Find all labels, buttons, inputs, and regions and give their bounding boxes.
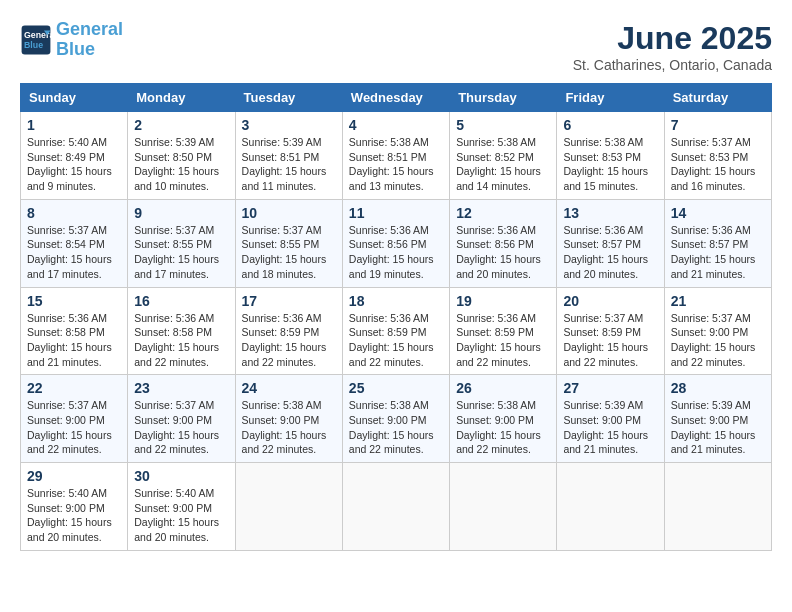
day-info: Sunrise: 5:40 AM Sunset: 9:00 PM Dayligh…: [27, 486, 121, 545]
day-info: Sunrise: 5:37 AM Sunset: 8:55 PM Dayligh…: [242, 223, 336, 282]
day-number: 15: [27, 293, 121, 309]
empty-cell: [450, 463, 557, 551]
day-number: 17: [242, 293, 336, 309]
day-cell-8: 8 Sunrise: 5:37 AM Sunset: 8:54 PM Dayli…: [21, 199, 128, 287]
day-number: 30: [134, 468, 228, 484]
day-cell-13: 13 Sunrise: 5:36 AM Sunset: 8:57 PM Dayl…: [557, 199, 664, 287]
day-cell-18: 18 Sunrise: 5:36 AM Sunset: 8:59 PM Dayl…: [342, 287, 449, 375]
day-cell-24: 24 Sunrise: 5:38 AM Sunset: 9:00 PM Dayl…: [235, 375, 342, 463]
header-wednesday: Wednesday: [342, 84, 449, 112]
day-number: 12: [456, 205, 550, 221]
day-number: 21: [671, 293, 765, 309]
day-number: 13: [563, 205, 657, 221]
day-info: Sunrise: 5:37 AM Sunset: 9:00 PM Dayligh…: [671, 311, 765, 370]
day-info: Sunrise: 5:39 AM Sunset: 9:00 PM Dayligh…: [563, 398, 657, 457]
day-info: Sunrise: 5:38 AM Sunset: 9:00 PM Dayligh…: [242, 398, 336, 457]
day-info: Sunrise: 5:39 AM Sunset: 9:00 PM Dayligh…: [671, 398, 765, 457]
day-cell-28: 28 Sunrise: 5:39 AM Sunset: 9:00 PM Dayl…: [664, 375, 771, 463]
day-cell-14: 14 Sunrise: 5:36 AM Sunset: 8:57 PM Dayl…: [664, 199, 771, 287]
day-cell-29: 29 Sunrise: 5:40 AM Sunset: 9:00 PM Dayl…: [21, 463, 128, 551]
week-row-1: 1 Sunrise: 5:40 AM Sunset: 8:49 PM Dayli…: [21, 112, 772, 200]
day-cell-5: 5 Sunrise: 5:38 AM Sunset: 8:52 PM Dayli…: [450, 112, 557, 200]
day-number: 22: [27, 380, 121, 396]
day-number: 16: [134, 293, 228, 309]
day-info: Sunrise: 5:36 AM Sunset: 8:56 PM Dayligh…: [456, 223, 550, 282]
header-thursday: Thursday: [450, 84, 557, 112]
day-cell-17: 17 Sunrise: 5:36 AM Sunset: 8:59 PM Dayl…: [235, 287, 342, 375]
day-info: Sunrise: 5:38 AM Sunset: 8:53 PM Dayligh…: [563, 135, 657, 194]
calendar-table: Sunday Monday Tuesday Wednesday Thursday…: [20, 83, 772, 551]
week-row-3: 15 Sunrise: 5:36 AM Sunset: 8:58 PM Dayl…: [21, 287, 772, 375]
day-cell-25: 25 Sunrise: 5:38 AM Sunset: 9:00 PM Dayl…: [342, 375, 449, 463]
day-cell-16: 16 Sunrise: 5:36 AM Sunset: 8:58 PM Dayl…: [128, 287, 235, 375]
day-number: 19: [456, 293, 550, 309]
day-number: 9: [134, 205, 228, 221]
empty-cell: [557, 463, 664, 551]
logo-text: General Blue: [56, 20, 123, 60]
day-cell-30: 30 Sunrise: 5:40 AM Sunset: 9:00 PM Dayl…: [128, 463, 235, 551]
day-info: Sunrise: 5:38 AM Sunset: 9:00 PM Dayligh…: [456, 398, 550, 457]
day-cell-9: 9 Sunrise: 5:37 AM Sunset: 8:55 PM Dayli…: [128, 199, 235, 287]
empty-cell: [664, 463, 771, 551]
logo-line2: Blue: [56, 39, 95, 59]
day-info: Sunrise: 5:36 AM Sunset: 8:57 PM Dayligh…: [563, 223, 657, 282]
day-cell-19: 19 Sunrise: 5:36 AM Sunset: 8:59 PM Dayl…: [450, 287, 557, 375]
day-info: Sunrise: 5:40 AM Sunset: 9:00 PM Dayligh…: [134, 486, 228, 545]
day-cell-11: 11 Sunrise: 5:36 AM Sunset: 8:56 PM Dayl…: [342, 199, 449, 287]
day-info: Sunrise: 5:37 AM Sunset: 8:53 PM Dayligh…: [671, 135, 765, 194]
day-info: Sunrise: 5:38 AM Sunset: 9:00 PM Dayligh…: [349, 398, 443, 457]
empty-cell: [235, 463, 342, 551]
day-cell-2: 2 Sunrise: 5:39 AM Sunset: 8:50 PM Dayli…: [128, 112, 235, 200]
logo: General Blue General Blue: [20, 20, 123, 60]
day-info: Sunrise: 5:36 AM Sunset: 8:57 PM Dayligh…: [671, 223, 765, 282]
day-number: 2: [134, 117, 228, 133]
day-cell-15: 15 Sunrise: 5:36 AM Sunset: 8:58 PM Dayl…: [21, 287, 128, 375]
day-cell-21: 21 Sunrise: 5:37 AM Sunset: 9:00 PM Dayl…: [664, 287, 771, 375]
day-info: Sunrise: 5:36 AM Sunset: 8:59 PM Dayligh…: [242, 311, 336, 370]
day-number: 1: [27, 117, 121, 133]
location-subtitle: St. Catharines, Ontario, Canada: [573, 57, 772, 73]
day-info: Sunrise: 5:37 AM Sunset: 9:00 PM Dayligh…: [27, 398, 121, 457]
day-number: 4: [349, 117, 443, 133]
day-cell-22: 22 Sunrise: 5:37 AM Sunset: 9:00 PM Dayl…: [21, 375, 128, 463]
day-number: 6: [563, 117, 657, 133]
day-number: 23: [134, 380, 228, 396]
day-cell-12: 12 Sunrise: 5:36 AM Sunset: 8:56 PM Dayl…: [450, 199, 557, 287]
title-area: June 2025 St. Catharines, Ontario, Canad…: [573, 20, 772, 73]
day-cell-10: 10 Sunrise: 5:37 AM Sunset: 8:55 PM Dayl…: [235, 199, 342, 287]
page-header: General Blue General Blue June 2025 St. …: [20, 20, 772, 73]
day-number: 11: [349, 205, 443, 221]
day-cell-3: 3 Sunrise: 5:39 AM Sunset: 8:51 PM Dayli…: [235, 112, 342, 200]
day-info: Sunrise: 5:39 AM Sunset: 8:50 PM Dayligh…: [134, 135, 228, 194]
weekday-header-row: Sunday Monday Tuesday Wednesday Thursday…: [21, 84, 772, 112]
day-info: Sunrise: 5:36 AM Sunset: 8:59 PM Dayligh…: [456, 311, 550, 370]
day-info: Sunrise: 5:37 AM Sunset: 9:00 PM Dayligh…: [134, 398, 228, 457]
day-cell-20: 20 Sunrise: 5:37 AM Sunset: 8:59 PM Dayl…: [557, 287, 664, 375]
day-info: Sunrise: 5:36 AM Sunset: 8:58 PM Dayligh…: [27, 311, 121, 370]
day-number: 20: [563, 293, 657, 309]
day-number: 3: [242, 117, 336, 133]
day-cell-7: 7 Sunrise: 5:37 AM Sunset: 8:53 PM Dayli…: [664, 112, 771, 200]
day-info: Sunrise: 5:37 AM Sunset: 8:55 PM Dayligh…: [134, 223, 228, 282]
day-number: 29: [27, 468, 121, 484]
day-info: Sunrise: 5:37 AM Sunset: 8:54 PM Dayligh…: [27, 223, 121, 282]
week-row-5: 29 Sunrise: 5:40 AM Sunset: 9:00 PM Dayl…: [21, 463, 772, 551]
day-number: 27: [563, 380, 657, 396]
day-info: Sunrise: 5:36 AM Sunset: 8:58 PM Dayligh…: [134, 311, 228, 370]
day-number: 24: [242, 380, 336, 396]
day-cell-4: 4 Sunrise: 5:38 AM Sunset: 8:51 PM Dayli…: [342, 112, 449, 200]
day-info: Sunrise: 5:37 AM Sunset: 8:59 PM Dayligh…: [563, 311, 657, 370]
month-title: June 2025: [573, 20, 772, 57]
day-number: 8: [27, 205, 121, 221]
day-cell-23: 23 Sunrise: 5:37 AM Sunset: 9:00 PM Dayl…: [128, 375, 235, 463]
empty-cell: [342, 463, 449, 551]
day-number: 5: [456, 117, 550, 133]
logo-line1: General: [56, 19, 123, 39]
day-number: 10: [242, 205, 336, 221]
day-number: 7: [671, 117, 765, 133]
header-tuesday: Tuesday: [235, 84, 342, 112]
week-row-2: 8 Sunrise: 5:37 AM Sunset: 8:54 PM Dayli…: [21, 199, 772, 287]
day-cell-26: 26 Sunrise: 5:38 AM Sunset: 9:00 PM Dayl…: [450, 375, 557, 463]
day-info: Sunrise: 5:38 AM Sunset: 8:52 PM Dayligh…: [456, 135, 550, 194]
logo-icon: General Blue: [20, 24, 52, 56]
